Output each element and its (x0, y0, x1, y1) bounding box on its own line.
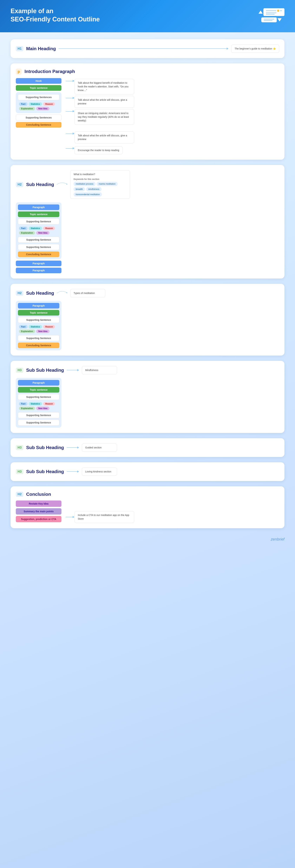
supporting2-callout: Talk about what the article will discuss… (75, 131, 134, 144)
intro-left: Hook Topic sentence Supporting Sentences… (16, 78, 61, 128)
h2-2-supporting2: Supporting Sentence (18, 335, 59, 341)
h2-1-concluding: Concluding Sentence (18, 251, 59, 257)
h1-connector (59, 48, 229, 50)
h2-1-supporting1: Supporting Sentence (18, 218, 59, 224)
suggestion-bar: Suggestion, prediction or CTA (16, 516, 61, 522)
keyword-1: meditation process (73, 182, 95, 186)
h2-2-section: H2 Sub Heading Types of meditation Parag… (10, 284, 285, 355)
h1-section: H1 Main Heading The beginner's guide to … (10, 39, 285, 58)
h3-1-para-label: Paragraph (18, 380, 59, 385)
topic-callout: Talk about what the article will discuss… (75, 96, 134, 108)
h2-1-para3: Paragraph (16, 268, 61, 273)
concluding-callout: Encourage the reader to keep reading (75, 146, 123, 154)
curved-arrow2-icon (57, 289, 67, 297)
h3-1-supporting2: Supporting Sentence (18, 412, 59, 418)
supporting1-callout: Share an intriguing statistic: Americans… (75, 109, 134, 125)
hook-callout: Talk about the biggest benefit of medita… (75, 79, 134, 94)
curved-arrow-icon (57, 181, 67, 188)
h2-2-supporting1: Supporting Sentence (18, 317, 59, 323)
conclusion-body: Restate Key Idea Summary the main points… (16, 500, 279, 523)
h2-1-title: Sub Heading (26, 182, 54, 187)
icon-row-top (259, 8, 285, 16)
supporting1-block: Supporting Sentences Fact Statistics Rea… (16, 92, 61, 113)
tag-fact-h3: Fact (19, 402, 28, 406)
icon-row-bottom (261, 18, 282, 22)
keyword-2: mantra meditation (96, 182, 118, 186)
tag-newidea-h3: New Idea (36, 407, 50, 410)
h2-1-topic: Topic sentence (18, 212, 59, 217)
h3-1-section: H3 Sub Sub Heading Mindfulness Paragraph… (10, 361, 285, 433)
icon-lines-bottom (261, 18, 277, 22)
tag-reason-h2: Reason (43, 226, 55, 230)
h3-1-content: Paragraph Topic sentence Supporting Sent… (16, 378, 61, 428)
header: Example of an SEO-Friendly Content Outli… (0, 0, 295, 32)
h3-2-section: H3 Sub Sub Heading Guided section (10, 438, 285, 457)
h3-3-section: H3 Sub Sub Heading Loving kindness secti… (10, 462, 285, 481)
concluding-callout-row: Encourage the reader to keep reading (66, 146, 279, 154)
h3-1-supporting1: Supporting Sentence (18, 394, 59, 400)
tag-explanation-h22: Explanation (19, 330, 35, 333)
conclusion-title: Conclusion (26, 492, 51, 497)
h2-2-heading-row: H2 Sub Heading Types of meditation (16, 289, 279, 297)
h3-3-callout: Loving kindness section (82, 467, 117, 476)
topic-bar: Topic sentence (16, 85, 61, 91)
restate-bar: Restate Key Idea (16, 500, 61, 507)
supporting1-label: Supporting Sentences (18, 94, 59, 100)
summary-bar: Summary the main points (16, 508, 61, 515)
h2-2-topic: Topic sentence (18, 310, 59, 315)
h2-2-concluding: Concluding Sentence (18, 343, 59, 348)
h3-1-badge: H3 (16, 368, 23, 373)
intro-right: Talk about the biggest benefit of medita… (66, 78, 279, 154)
tag-newidea-h22: New Idea (36, 330, 50, 333)
intro-title: Introduction Paragraph (24, 69, 75, 74)
tag-newidea: New Idea (36, 107, 50, 111)
conclusion-heading-row: H2 Conclusion (16, 492, 279, 497)
tag-fact-h22: Fact (19, 325, 28, 329)
conclusion-left: Restate Key Idea Summary the main points… (16, 500, 61, 522)
tag-stats-h2: Statistics (29, 226, 42, 230)
h3-1-topic: Topic sentence (18, 387, 59, 393)
tag-row-intro: Fact Statistics Reason Explanation New I… (18, 102, 59, 111)
tag-explanation: Explanation (19, 107, 35, 111)
intro-section: p Introduction Paragraph Hook Topic sent… (10, 63, 285, 160)
header-line1: Example of an (10, 7, 100, 15)
h2-1-supporting3: Supporting Sentence (18, 244, 59, 250)
header-title: Example of an SEO-Friendly Content Outli… (10, 7, 100, 24)
h3-1-para: Paragraph Topic sentence Supporting Sent… (16, 378, 61, 428)
intro-badge: p (16, 69, 22, 74)
h2-1-heading-row: H2 Sub Heading What is meditation? Keywo… (16, 170, 279, 199)
header-line2: SEO-Friendly Content Outline (10, 15, 100, 24)
h3-1-heading-row: H3 Sub Sub Heading Mindfulness (16, 366, 279, 374)
h3-3-title: Sub Sub Heading (26, 469, 64, 474)
h2-1-tags: Fact Statistics Reason Explanation New I… (18, 226, 59, 235)
h3-1-title: Sub Sub Heading (26, 368, 64, 373)
keywords-label: Keywords for this section (73, 178, 127, 181)
tag-fact: Fact (19, 102, 28, 106)
h1-title: Main Heading (26, 46, 56, 52)
h3-1-supporting3: Supporting Sentence (18, 420, 59, 426)
tag-reason-h3: Reason (43, 402, 55, 406)
tag-explanation-h3: Explanation (19, 407, 35, 410)
supporting2-callout-row: Talk about what the article will discuss… (66, 131, 279, 144)
h3-3-badge: H3 (16, 469, 23, 474)
h2-1-section: H2 Sub Heading What is meditation? Keywo… (10, 165, 285, 279)
keyword-3: breadth (73, 187, 85, 191)
intro-heading-row: p Introduction Paragraph (16, 69, 279, 74)
tag-reason: Reason (43, 102, 55, 106)
icon-lines-top (263, 8, 285, 16)
h2-1-paragraphs: Paragraph Topic sentence Supporting Sent… (16, 203, 61, 273)
topic-callout-row: Talk about what the article will discuss… (66, 96, 279, 108)
tag-newidea-h2: New Idea (36, 231, 50, 235)
h2-2-title: Sub Heading (26, 290, 54, 296)
h2-1-para1: Paragraph Topic sentence Supporting Sent… (16, 203, 61, 259)
conclusion-callout: Include a CTA to our meditation app on t… (75, 511, 134, 523)
h2-2-callout: Types of meditation (70, 289, 105, 297)
tag-statistics: Statistics (29, 102, 42, 106)
h2-1-callout: What is meditation? Keywords for this se… (70, 170, 130, 199)
tag-fact-h2: Fact (19, 226, 28, 230)
hook-callout-row: Talk about the biggest benefit of medita… (66, 79, 279, 94)
arrow-up-icon (259, 10, 263, 14)
hook-bar: Hook (16, 78, 61, 84)
h3-2-connector (67, 446, 79, 448)
conclusion-badge: H2 (16, 492, 23, 497)
